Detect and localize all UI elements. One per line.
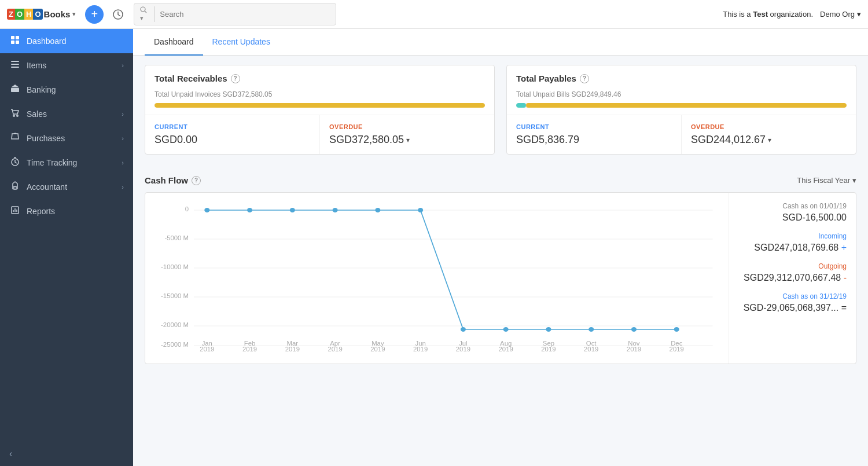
logo-area: Z O H O Books ▾ bbox=[7, 9, 76, 20]
cashflow-chart: 0 -5000 M -10000 M -15000 M -20000 M -25… bbox=[155, 202, 719, 353]
svg-text:2019: 2019 bbox=[242, 346, 257, 353]
svg-text:2019: 2019 bbox=[541, 346, 556, 353]
sidebar-item-label: Banking bbox=[27, 85, 124, 94]
svg-point-37 bbox=[418, 208, 423, 212]
search-input[interactable] bbox=[160, 10, 330, 19]
sidebar-item-label: Time Tracking bbox=[27, 158, 116, 167]
org-dropdown[interactable]: Demo Org ▾ bbox=[820, 10, 861, 19]
topnav: Z O H O Books ▾ + ▾ This is a Test organ… bbox=[0, 0, 868, 29]
app-chevron[interactable]: ▾ bbox=[72, 10, 76, 18]
sidebar-item-accountant[interactable]: Accountant › bbox=[0, 175, 133, 199]
payables-card: Total Payables ? Total Unpaid Bills SGD2… bbox=[506, 65, 856, 155]
add-button[interactable]: + bbox=[85, 5, 104, 24]
sidebar-item-time-tracking[interactable]: Time Tracking › bbox=[0, 151, 133, 175]
chart-area: 0 -5000 M -10000 M -15000 M -20000 M -25… bbox=[145, 193, 729, 364]
svg-text:2019: 2019 bbox=[328, 346, 342, 353]
cashflow-title: Cash Flow ? bbox=[145, 175, 201, 185]
sales-arrow: › bbox=[122, 111, 124, 118]
svg-point-1 bbox=[141, 7, 145, 12]
accountant-arrow: › bbox=[122, 184, 124, 190]
search-filter[interactable]: ▾ bbox=[140, 6, 155, 22]
sidebar-item-purchases[interactable]: Purchases › bbox=[0, 126, 133, 151]
payables-overdue-arrow[interactable]: ▾ bbox=[768, 136, 771, 144]
banking-icon bbox=[9, 84, 21, 96]
svg-point-43 bbox=[674, 327, 679, 332]
accountant-icon bbox=[9, 181, 21, 193]
receivables-overdue-arrow[interactable]: ▾ bbox=[406, 136, 410, 144]
svg-text:-10000 M: -10000 M bbox=[161, 264, 189, 270]
svg-text:-5000 M: -5000 M bbox=[164, 235, 189, 241]
receivables-subtitle: Total Unpaid Invoices SGD372,580.05 bbox=[145, 88, 494, 103]
sidebar-item-banking[interactable]: Banking bbox=[0, 78, 133, 102]
svg-point-42 bbox=[631, 327, 637, 332]
sidebar-item-label: Items bbox=[27, 61, 116, 70]
svg-rect-4 bbox=[16, 36, 19, 39]
sidebar-item-label: Sales bbox=[27, 109, 116, 119]
sidebar-item-items[interactable]: Items › bbox=[0, 53, 133, 78]
opening-cash-value: SGD-16,500.00 bbox=[738, 212, 847, 223]
receivables-overdue-metric: OVERDUE SGD372,580.05 ▾ bbox=[320, 115, 494, 154]
tab-recent-updates[interactable]: Recent Updates bbox=[203, 29, 279, 56]
items-icon bbox=[9, 60, 21, 71]
sales-icon bbox=[9, 108, 21, 120]
time-tracking-icon bbox=[9, 157, 21, 168]
sidebar-item-dashboard[interactable]: Dashboard bbox=[0, 29, 133, 53]
payables-title: Total Payables bbox=[516, 74, 576, 83]
sidebar-item-label: Purchases bbox=[27, 134, 116, 143]
dashboard-icon bbox=[9, 35, 21, 47]
search-bar[interactable]: ▾ bbox=[134, 3, 336, 25]
cashflow-section-header: Cash Flow ? This Fiscal Year ▾ bbox=[145, 166, 856, 192]
tab-dashboard[interactable]: Dashboard bbox=[145, 29, 203, 56]
outgoing-stat: Outgoing SGD29,312,070,667.48 - bbox=[738, 262, 847, 283]
payables-teal-fill bbox=[516, 103, 526, 108]
receivables-overdue-label: OVERDUE bbox=[329, 123, 485, 130]
payables-overdue-label: OVERDUE bbox=[691, 123, 847, 130]
svg-point-36 bbox=[375, 208, 380, 212]
zoho-logo: Z O H O Books ▾ bbox=[7, 9, 76, 20]
payables-yellow-fill bbox=[526, 103, 847, 108]
svg-line-2 bbox=[145, 12, 147, 13]
closing-cash-label: Cash as on 31/12/19 bbox=[738, 292, 847, 300]
svg-rect-9 bbox=[11, 67, 19, 68]
chart-stats: Cash as on 01/01/19 SGD-16,500.00 Incomi… bbox=[729, 193, 856, 364]
receivables-progress-bg bbox=[155, 103, 485, 108]
svg-rect-5 bbox=[11, 41, 14, 44]
purchases-icon bbox=[9, 133, 21, 144]
svg-text:-25000 M: -25000 M bbox=[161, 342, 189, 348]
fiscal-year-button[interactable]: This Fiscal Year ▾ bbox=[797, 176, 856, 185]
svg-text:0: 0 bbox=[185, 206, 189, 212]
svg-point-12 bbox=[13, 115, 14, 116]
svg-text:-15000 M: -15000 M bbox=[161, 293, 189, 299]
history-button[interactable] bbox=[109, 6, 127, 23]
payables-header: Total Payables ? bbox=[507, 65, 856, 88]
receivables-info-icon[interactable]: ? bbox=[231, 74, 240, 83]
top-cards-row: Total Receivables ? Total Unpaid Invoice… bbox=[145, 65, 856, 155]
opening-cash-label: Cash as on 01/01/19 bbox=[738, 202, 847, 210]
sidebar-item-reports[interactable]: Reports bbox=[0, 199, 133, 223]
sidebar-item-label: Dashboard bbox=[27, 36, 124, 46]
svg-marker-11 bbox=[11, 85, 19, 87]
svg-point-34 bbox=[290, 208, 295, 212]
org-info: This is a Test organization. bbox=[723, 10, 813, 19]
payables-progress-bg bbox=[516, 103, 847, 108]
cashflow-info-icon[interactable]: ? bbox=[192, 176, 201, 185]
svg-point-33 bbox=[247, 208, 252, 212]
purchases-arrow: › bbox=[122, 135, 124, 142]
sidebar-item-sales[interactable]: Sales › bbox=[0, 102, 133, 126]
receivables-progress bbox=[145, 103, 494, 115]
receivables-current-value: SGD0.00 bbox=[155, 134, 310, 146]
time-tracking-arrow: › bbox=[122, 159, 124, 166]
sidebar-collapse-button[interactable]: ‹ bbox=[0, 442, 133, 466]
payables-info-icon[interactable]: ? bbox=[580, 74, 589, 83]
payables-current-metric: CURRENT SGD5,836.79 bbox=[507, 115, 682, 154]
outgoing-symbol: - bbox=[844, 273, 847, 282]
sidebar-item-label: Accountant bbox=[27, 182, 116, 192]
receivables-title: Total Receivables bbox=[155, 74, 227, 83]
opening-cash-stat: Cash as on 01/01/19 SGD-16,500.00 bbox=[738, 202, 847, 223]
payables-overdue-metric: OVERDUE SGD244,012.67 ▾ bbox=[682, 115, 856, 154]
incoming-stat: Incoming SGD247,018,769.68 + bbox=[738, 232, 847, 253]
o1-letter: O bbox=[15, 9, 24, 20]
receivables-current-metric: CURRENT SGD0.00 bbox=[145, 115, 320, 154]
receivables-progress-fill bbox=[155, 103, 485, 108]
reports-icon bbox=[9, 206, 21, 217]
